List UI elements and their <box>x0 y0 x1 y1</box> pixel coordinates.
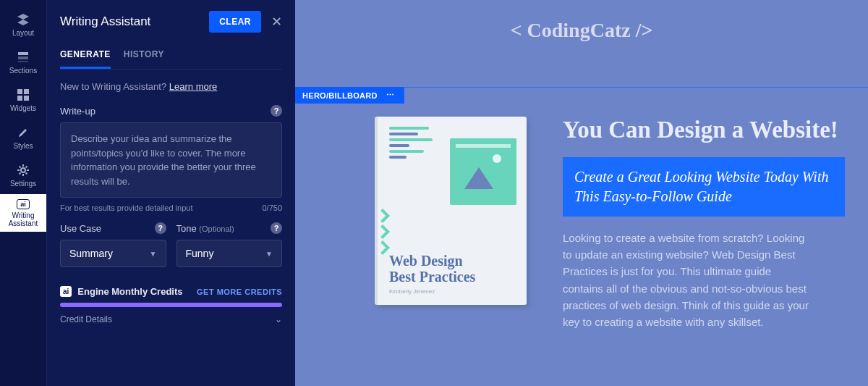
left-nav: Layout Sections Widgets Styles Settings … <box>0 0 46 386</box>
svg-rect-4 <box>24 89 29 94</box>
layout-icon <box>16 12 30 27</box>
svg-marker-8 <box>464 167 493 189</box>
page-canvas[interactable]: < CodingCatz /> HERO/BILLBOARD ⋯ Web Des… <box>295 0 868 386</box>
learn-more-link[interactable]: Learn more <box>169 81 217 92</box>
hero-section[interactable]: Web DesignBest Practices Kimberly Jimene… <box>295 87 868 386</box>
close-icon[interactable]: ✕ <box>271 14 282 30</box>
gear-icon <box>16 163 30 177</box>
brand-logo: < CodingCatz /> <box>295 19 868 42</box>
tab-history[interactable]: HISTORY <box>124 49 164 69</box>
hero-heading[interactable]: You Can Design a Website! <box>563 117 845 144</box>
help-icon[interactable]: ? <box>271 105 282 117</box>
clear-button[interactable]: CLEAR <box>209 11 261 33</box>
tone-label: Tone <box>176 223 197 234</box>
svg-rect-1 <box>18 56 28 59</box>
panel-tabs: GENERATE HISTORY <box>60 49 282 70</box>
svg-point-9 <box>493 154 501 163</box>
book-cover-image: Web DesignBest Practices Kimberly Jimene… <box>375 117 527 305</box>
nav-styles[interactable]: Styles <box>0 119 46 156</box>
nav-layout[interactable]: Layout <box>0 6 46 43</box>
writeup-input[interactable]: Describe your idea and summarize the poi… <box>60 122 282 198</box>
hint-text: New to Writing Assistant? Learn more <box>60 81 282 92</box>
credit-details-toggle[interactable]: Credit Details ⌄ <box>60 314 282 324</box>
svg-rect-0 <box>18 52 28 55</box>
nav-label: Sections <box>9 67 37 75</box>
writing-assistant-panel: Writing Assistant CLEAR ✕ GENERATE HISTO… <box>46 0 295 386</box>
svg-point-7 <box>21 168 25 172</box>
credits-label: Engine Monthly Credits <box>77 286 182 297</box>
widgets-icon <box>16 88 30 102</box>
nav-settings[interactable]: Settings <box>0 156 46 194</box>
help-icon[interactable]: ? <box>271 222 282 234</box>
nav-label: Settings <box>10 180 36 188</box>
svg-rect-2 <box>18 61 28 62</box>
writeup-label: Write-up <box>60 106 95 117</box>
nav-label: Widgets <box>10 104 36 112</box>
nav-sections[interactable]: Sections <box>0 43 46 81</box>
nav-label: Writing Assistant <box>0 211 46 227</box>
sections-icon <box>16 50 30 64</box>
hero-body-text[interactable]: Looking to create a website from scratch… <box>563 230 809 331</box>
counter-hint: For best results provide detailed input <box>60 204 192 212</box>
chevron-down-icon: ⌄ <box>275 314 282 324</box>
usecase-select[interactable]: Summary ▼ <box>60 240 166 267</box>
svg-rect-5 <box>17 96 22 101</box>
chevron-down-icon: ▼ <box>150 250 157 258</box>
nav-label: Styles <box>13 142 33 150</box>
credit-progress-bar <box>60 303 282 307</box>
usecase-label: Use Case <box>60 223 101 234</box>
panel-title: Writing Assistant <box>60 14 150 29</box>
tab-generate[interactable]: GENERATE <box>60 49 111 69</box>
counter-value: 0/750 <box>262 204 282 212</box>
hero-subheading[interactable]: Create a Great Looking Website Today Wit… <box>563 157 845 217</box>
chevron-down-icon: ▼ <box>265 250 273 258</box>
ai-badge: ai <box>60 286 72 297</box>
svg-rect-3 <box>17 89 22 94</box>
help-icon[interactable]: ? <box>155 222 166 234</box>
nav-writing-assistant[interactable]: ai Writing Assistant <box>0 194 46 232</box>
brush-icon <box>16 125 30 140</box>
nav-widgets[interactable]: Widgets <box>0 81 46 119</box>
nav-label: Layout <box>12 29 34 37</box>
svg-rect-6 <box>24 96 29 101</box>
tone-select[interactable]: Funny ▼ <box>176 240 283 267</box>
get-more-credits-link[interactable]: GET MORE CREDITS <box>197 288 282 296</box>
ai-icon: ai <box>17 199 30 209</box>
